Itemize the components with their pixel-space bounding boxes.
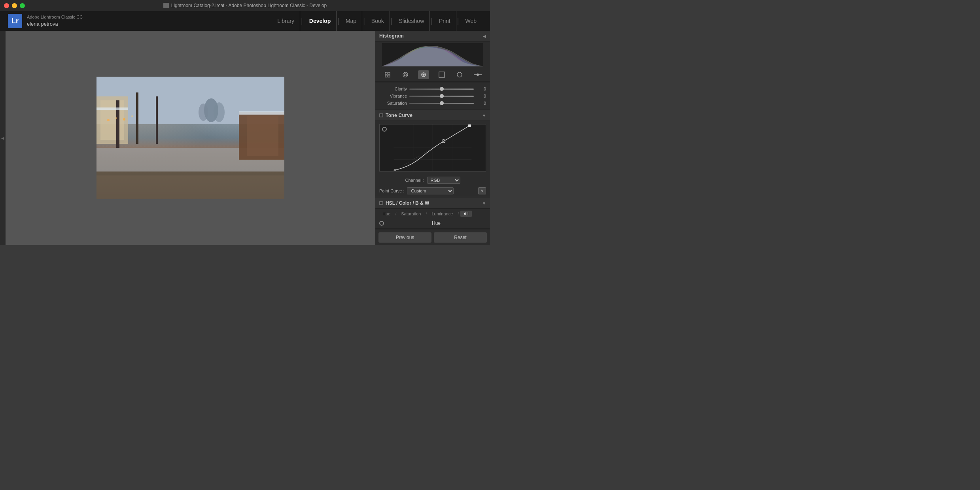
edit-curve-button[interactable]: ✎	[478, 187, 486, 194]
clarity-label: Clarity	[379, 87, 407, 91]
svg-rect-2	[100, 100, 124, 140]
tone-curve-svg	[380, 124, 486, 171]
svg-point-25	[403, 72, 408, 77]
clarity-track[interactable]	[409, 89, 474, 90]
nav-library[interactable]: Library	[272, 11, 300, 31]
tool-icons-row	[375, 68, 490, 82]
hsl-tab-luminance[interactable]: Luminance	[428, 211, 456, 217]
app-icon	[163, 3, 169, 8]
clarity-value: 0	[476, 87, 486, 91]
svg-point-5	[199, 104, 208, 121]
svg-rect-23	[385, 75, 387, 77]
vibrance-track[interactable]	[409, 96, 474, 97]
hsl-tab-all[interactable]: All	[460, 211, 471, 217]
histogram-header[interactable]: Histogram ◀	[375, 31, 490, 41]
hsl-tab-saturation[interactable]: Saturation	[398, 211, 424, 217]
saturation-thumb[interactable]	[440, 101, 444, 105]
svg-point-4	[214, 102, 225, 122]
graduated-filter-icon[interactable]	[436, 70, 447, 79]
top-navigation: Lr Adobe Lightroom Classic CC elena petr…	[0, 11, 490, 31]
app-name: Adobe Lightroom Classic CC	[27, 14, 83, 20]
vibrance-thumb[interactable]	[440, 94, 444, 98]
hsl-tab-hue[interactable]: Hue	[379, 211, 394, 217]
main-area: ◀	[0, 31, 490, 245]
lr-logo: Lr	[8, 14, 22, 28]
tone-curve-section: Tone Curve ▼	[375, 110, 490, 196]
window-controls	[4, 3, 25, 8]
saturation-track[interactable]	[409, 103, 474, 104]
saturation-value: 0	[476, 101, 486, 106]
nav-web[interactable]: Web	[460, 11, 482, 31]
photo-area	[6, 31, 375, 245]
vibrance-value: 0	[476, 94, 486, 98]
radial-filter-icon[interactable]	[454, 70, 465, 79]
divider-4	[375, 228, 490, 229]
username: elena petrova	[27, 21, 83, 28]
svg-rect-8	[156, 96, 158, 144]
edit-icon: ✎	[481, 189, 484, 193]
app-info: Adobe Lightroom Classic CC elena petrova	[27, 14, 83, 28]
divider-3	[375, 197, 490, 197]
bottom-buttons: Previous Reset	[375, 230, 490, 245]
svg-rect-21	[385, 72, 387, 74]
nav-book[interactable]: Book	[366, 11, 390, 31]
maximize-button[interactable]	[20, 3, 25, 8]
clarity-thumb[interactable]	[440, 87, 444, 91]
saturation-row: Saturation 0	[375, 100, 490, 107]
left-panel-toggle[interactable]: ◀	[1, 136, 4, 140]
point-curve-row: Point Curve : Custom Linear Medium Contr…	[375, 186, 490, 196]
photo-container	[96, 77, 284, 199]
svg-point-30	[457, 72, 462, 77]
hsl-section: HSL / Color / B & W ▼ Hue / Saturation /…	[375, 198, 490, 228]
nav-develop[interactable]: Develop	[304, 11, 337, 31]
svg-rect-11	[96, 175, 284, 199]
svg-rect-19	[96, 107, 128, 110]
hsl-tabs: Hue / Saturation / Luminance / All	[375, 209, 490, 219]
hsl-collapse-icon	[379, 201, 383, 205]
svg-point-12	[107, 119, 110, 121]
vibrance-label: Vibrance	[379, 94, 407, 98]
previous-button[interactable]: Previous	[378, 232, 431, 243]
tone-curve-title: Tone Curve	[386, 113, 412, 118]
spot-removal-icon[interactable]	[400, 70, 411, 79]
nav-slideshow[interactable]: Slideshow	[393, 11, 430, 31]
hsl-header[interactable]: HSL / Color / B & W ▼	[375, 198, 490, 209]
divider-2	[375, 109, 490, 109]
svg-rect-17	[247, 116, 278, 156]
window-title: Lightroom Catalog-2.lrcat - Adobe Photos…	[163, 3, 327, 8]
curve-target-indicator[interactable]	[382, 127, 387, 132]
histogram-area	[379, 43, 486, 66]
right-panel: Histogram ◀	[375, 31, 490, 245]
photo-svg	[96, 77, 284, 199]
channel-select[interactable]: RGB Red Green Blue Luminance	[427, 177, 460, 184]
hsl-hue-label: Hue	[386, 220, 486, 226]
photo-image	[96, 77, 284, 199]
svg-point-15	[131, 115, 133, 117]
basic-sliders: Clarity 0 Vibrance 0 Saturation 0	[375, 84, 490, 108]
tone-curve-graph[interactable]	[379, 124, 486, 172]
point-curve-select[interactable]: Custom Linear Medium Contrast Strong Con…	[407, 187, 454, 194]
hsl-hue-row: Hue	[375, 219, 490, 228]
clarity-row: Clarity 0	[375, 85, 490, 92]
nav-print[interactable]: Print	[433, 11, 456, 31]
tone-curve-header[interactable]: Tone Curve ▼	[375, 110, 490, 121]
svg-point-28	[423, 74, 425, 76]
vibrance-row: Vibrance 0	[375, 92, 490, 100]
redeye-icon[interactable]	[418, 70, 429, 79]
svg-point-32	[477, 74, 479, 76]
hsl-title: HSL / Color / B & W	[386, 200, 429, 206]
minimize-button[interactable]	[12, 3, 17, 8]
reset-button[interactable]: Reset	[434, 232, 487, 243]
svg-rect-7	[136, 92, 138, 144]
tone-curve-arrow-icon: ▼	[482, 113, 486, 118]
channel-row: Channel : RGB Red Green Blue Luminance	[375, 175, 490, 186]
close-button[interactable]	[4, 3, 9, 8]
histogram-title: Histogram	[379, 33, 404, 39]
hsl-hue-target-icon[interactable]	[379, 221, 384, 226]
svg-rect-24	[388, 75, 390, 77]
left-panel: ◀	[0, 31, 6, 245]
nav-map[interactable]: Map	[340, 11, 362, 31]
crop-tool-icon[interactable]	[382, 70, 393, 79]
svg-point-26	[404, 74, 407, 76]
adjustment-brush-icon[interactable]	[472, 70, 483, 79]
